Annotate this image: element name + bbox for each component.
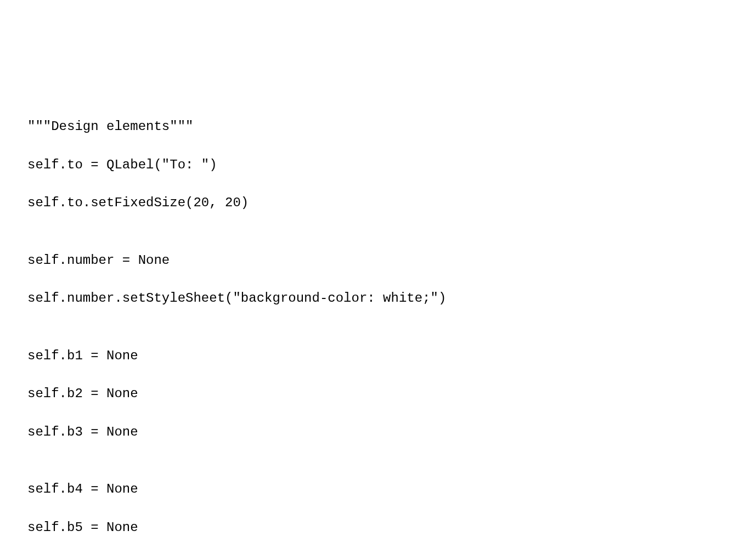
- code-line: self.b5 = None: [27, 518, 729, 538]
- code-line: self.b4 = None: [27, 480, 729, 499]
- code-line: self.number.setStyleSheet("background-co…: [27, 289, 729, 308]
- code-line: self.to = QLabel("To: "): [27, 156, 729, 175]
- code-line: self.b2 = None: [27, 385, 729, 404]
- code-line: self.b1 = None: [27, 347, 729, 366]
- code-line: self.b6 = None: [27, 556, 729, 559]
- code-line: self.to.setFixedSize(20, 20): [27, 194, 729, 213]
- code-line: self.number = None: [27, 251, 729, 270]
- code-block: """Design elements""" self.to = QLabel("…: [27, 98, 729, 559]
- code-line: self.b3 = None: [27, 423, 729, 442]
- code-line: """Design elements""": [27, 117, 729, 137]
